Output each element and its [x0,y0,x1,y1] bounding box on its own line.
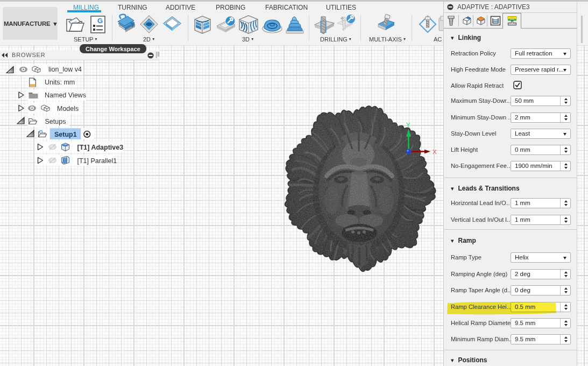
svg-text:Models: Models [57,105,79,112]
svg-text:Named Views: Named Views [45,92,86,99]
svg-text:G: G [97,17,103,25]
svg-text:Setups: Setups [45,118,66,125]
svg-text:[T1] Adaptive3: [T1] Adaptive3 [77,144,124,151]
svg-text:Setup1: Setup1 [54,131,77,138]
svg-text:lion_low v4: lion_low v4 [48,66,82,73]
svg-text:[T1] Parallel1: [T1] Parallel1 [77,157,117,165]
svg-text:X: X [433,149,437,155]
svg-text:Y: Y [406,122,410,128]
svg-text:Units: mm: Units: mm [45,79,75,86]
